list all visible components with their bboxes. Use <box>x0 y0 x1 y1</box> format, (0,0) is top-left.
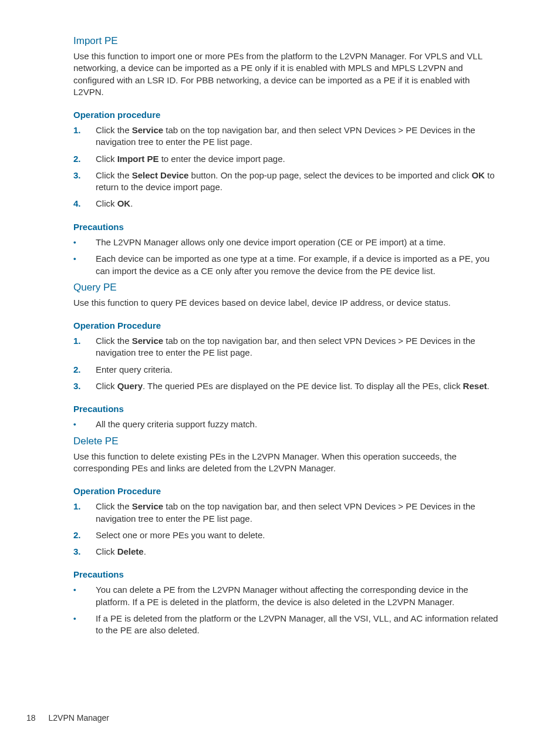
list-item: •If a PE is deleted from the platform or… <box>73 613 501 637</box>
list-item: 3.Click Query. The queried PEs are displ… <box>73 380 501 392</box>
list-item: 1.Click the Service tab on the top navig… <box>73 335 501 359</box>
bullet-icon: • <box>73 584 96 596</box>
list-item: •Each device can be imported as one type… <box>73 253 501 277</box>
list-item: 4.Click OK. <box>73 198 501 210</box>
page-number: 18 <box>26 713 36 723</box>
precautions-heading: Precautions <box>73 404 501 414</box>
list-item: 2.Click Import PE to enter the device im… <box>73 153 501 165</box>
precaution-text: The L2VPN Manager allows only one device… <box>96 237 501 248</box>
page-content: Import PEUse this function to import one… <box>0 0 560 636</box>
section-title: Delete PE <box>73 436 501 447</box>
section-title: Import PE <box>73 35 501 47</box>
procedure-steps: 1.Click the Service tab on the top navig… <box>73 335 501 392</box>
section-intro: Use this function to import one or more … <box>73 50 501 98</box>
step-text: Click the Service tab on the top navigat… <box>96 501 501 525</box>
procedure-steps: 1.Click the Service tab on the top navig… <box>73 501 501 558</box>
list-item: •The L2VPN Manager allows only one devic… <box>73 237 501 249</box>
precaution-text: If a PE is deleted from the platform or … <box>96 613 501 637</box>
step-text: Click the Select Device button. On the p… <box>96 170 501 194</box>
chapter-title: L2VPN Manager <box>48 713 109 723</box>
list-item: •You can delete a PE from the L2VPN Mana… <box>73 584 501 608</box>
operation-procedure-heading: Operation procedure <box>73 110 501 120</box>
step-text: Enter query criteria. <box>96 364 501 376</box>
step-number: 1. <box>73 501 96 512</box>
operation-procedure-heading: Operation Procedure <box>73 486 501 496</box>
list-item: 2.Select one or more PEs you want to del… <box>73 529 501 541</box>
step-text: Click the Service tab on the top navigat… <box>96 124 501 148</box>
procedure-steps: 1.Click the Service tab on the top navig… <box>73 124 501 210</box>
section-title: Query PE <box>73 282 501 293</box>
section-intro: Use this function to delete existing PEs… <box>73 451 501 475</box>
step-text: Click the Service tab on the top navigat… <box>96 335 501 359</box>
bullet-icon: • <box>73 253 96 265</box>
precaution-text: Each device can be imported as one type … <box>96 253 501 277</box>
precautions-list: •You can delete a PE from the L2VPN Mana… <box>73 584 501 636</box>
step-text: Click Delete. <box>96 546 501 558</box>
bullet-icon: • <box>73 237 96 249</box>
step-number: 2. <box>73 529 96 541</box>
step-number: 3. <box>73 170 96 181</box>
list-item: •All the query criteria support fuzzy ma… <box>73 418 501 431</box>
precautions-heading: Precautions <box>73 569 501 579</box>
list-item: 2.Enter query criteria. <box>73 364 501 376</box>
operation-procedure-heading: Operation Procedure <box>73 320 501 330</box>
precautions-list: •All the query criteria support fuzzy ma… <box>73 418 501 431</box>
step-text: Click Import PE to enter the device impo… <box>96 153 501 165</box>
step-number: 4. <box>73 198 96 210</box>
step-number: 2. <box>73 153 96 165</box>
step-text: Click Query. The queried PEs are display… <box>96 380 501 392</box>
precaution-text: All the query criteria support fuzzy mat… <box>96 418 501 430</box>
list-item: 1.Click the Service tab on the top navig… <box>73 501 501 525</box>
step-number: 2. <box>73 364 96 376</box>
step-text: Select one or more PEs you want to delet… <box>96 529 501 541</box>
precautions-heading: Precautions <box>73 222 501 232</box>
precaution-text: You can delete a PE from the L2VPN Manag… <box>96 584 501 608</box>
bullet-icon: • <box>73 613 96 625</box>
precautions-list: •The L2VPN Manager allows only one devic… <box>73 237 501 277</box>
step-number: 3. <box>73 380 96 392</box>
list-item: 1.Click the Service tab on the top navig… <box>73 124 501 148</box>
list-item: 3.Click Delete. <box>73 546 501 558</box>
section-intro: Use this function to query PE devices ba… <box>73 297 501 309</box>
step-number: 1. <box>73 124 96 136</box>
bullet-icon: • <box>73 418 96 431</box>
page-footer: 18 L2VPN Manager <box>26 713 109 723</box>
list-item: 3.Click the Select Device button. On the… <box>73 170 501 194</box>
step-text: Click OK. <box>96 198 501 210</box>
step-number: 3. <box>73 546 96 558</box>
step-number: 1. <box>73 335 96 347</box>
